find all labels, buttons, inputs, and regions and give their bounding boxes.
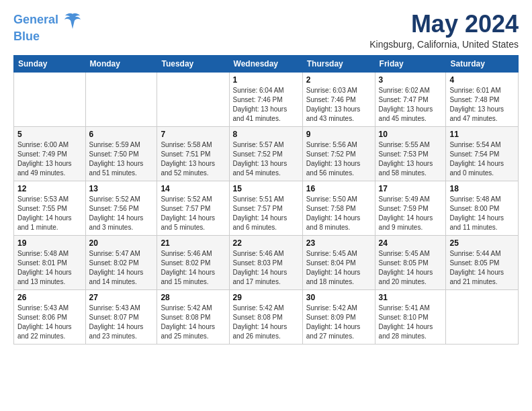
day-number: 1 [233,75,299,85]
logo-general: General [13,13,58,26]
day-info: Sunrise: 5:42 AM Sunset: 8:09 PM Dayligh… [306,304,371,341]
calendar-cell: 27Sunrise: 5:43 AM Sunset: 8:07 PM Dayli… [85,289,157,344]
calendar-cell: 30Sunrise: 5:42 AM Sunset: 8:09 PM Dayli… [302,289,375,344]
week-row-0: 1Sunrise: 6:04 AM Sunset: 7:46 PM Daylig… [14,72,519,126]
day-info: Sunrise: 6:03 AM Sunset: 7:46 PM Dayligh… [306,86,371,124]
day-number: 5 [17,130,82,139]
day-info: Sunrise: 6:00 AM Sunset: 7:49 PM Dayligh… [17,140,82,178]
calendar-cell: 1Sunrise: 6:04 AM Sunset: 7:46 PM Daylig… [229,72,302,126]
calendar-cell [85,72,157,126]
day-number: 29 [233,293,299,302]
day-info: Sunrise: 5:42 AM Sunset: 8:08 PM Dayligh… [161,304,225,341]
day-number: 4 [449,75,515,85]
calendar-cell: 17Sunrise: 5:49 AM Sunset: 7:59 PM Dayli… [375,181,446,235]
day-info: Sunrise: 5:58 AM Sunset: 7:51 PM Dayligh… [161,140,225,178]
logo-bird-icon [63,11,82,30]
calendar-cell: 13Sunrise: 5:52 AM Sunset: 7:56 PM Dayli… [85,181,157,235]
day-number: 27 [89,293,154,302]
calendar-cell: 18Sunrise: 5:48 AM Sunset: 8:00 PM Dayli… [446,181,519,235]
calendar-cell: 21Sunrise: 5:46 AM Sunset: 8:02 PM Dayli… [157,235,229,289]
calendar-cell: 29Sunrise: 5:42 AM Sunset: 8:08 PM Dayli… [229,289,302,344]
calendar-cell: 11Sunrise: 5:54 AM Sunset: 7:54 PM Dayli… [446,126,519,181]
weekday-header-wednesday: Wednesday [229,55,302,72]
weekday-header-saturday: Saturday [446,55,519,72]
calendar-cell: 31Sunrise: 5:41 AM Sunset: 8:10 PM Dayli… [375,289,446,344]
weekday-header-thursday: Thursday [302,55,375,72]
calendar-cell [157,72,229,126]
day-number: 13 [89,184,154,193]
calendar-cell: 14Sunrise: 5:52 AM Sunset: 7:57 PM Dayli… [157,181,229,235]
logo-blue: Blue [13,30,82,44]
weekday-header-friday: Friday [375,55,446,72]
calendar-cell: 25Sunrise: 5:44 AM Sunset: 8:05 PM Dayli… [446,235,519,289]
day-number: 18 [449,184,515,193]
day-info: Sunrise: 5:46 AM Sunset: 8:03 PM Dayligh… [233,249,299,287]
logo-text: General [13,11,82,30]
day-number: 11 [449,130,515,139]
day-number: 7 [161,130,225,139]
logo: General Blue [13,11,82,44]
day-number: 17 [379,184,443,193]
day-info: Sunrise: 5:44 AM Sunset: 8:05 PM Dayligh… [449,249,515,287]
day-number: 19 [17,238,82,248]
page: General Blue May 2024 Kingsburg, Califor… [0,0,532,351]
calendar-cell: 5Sunrise: 6:00 AM Sunset: 7:49 PM Daylig… [14,126,86,181]
calendar-cell: 4Sunrise: 6:01 AM Sunset: 7:48 PM Daylig… [446,72,519,126]
day-number: 22 [233,238,299,248]
header: General Blue May 2024 Kingsburg, Califor… [13,11,519,50]
day-info: Sunrise: 5:49 AM Sunset: 7:59 PM Dayligh… [379,195,443,232]
day-number: 28 [161,293,225,302]
calendar-cell [14,72,86,126]
calendar-cell: 23Sunrise: 5:45 AM Sunset: 8:04 PM Dayli… [302,235,375,289]
calendar: SundayMondayTuesdayWednesdayThursdayFrid… [13,55,519,345]
title-block: May 2024 Kingsburg, California, United S… [369,11,519,50]
day-number: 20 [89,238,154,248]
day-number: 2 [306,75,371,85]
day-number: 6 [89,130,154,139]
day-info: Sunrise: 5:55 AM Sunset: 7:53 PM Dayligh… [379,140,443,178]
day-info: Sunrise: 6:04 AM Sunset: 7:46 PM Dayligh… [233,86,299,124]
day-info: Sunrise: 5:52 AM Sunset: 7:57 PM Dayligh… [161,195,225,232]
day-info: Sunrise: 5:47 AM Sunset: 8:02 PM Dayligh… [89,249,154,287]
day-number: 9 [306,130,371,139]
day-info: Sunrise: 5:50 AM Sunset: 7:58 PM Dayligh… [306,195,371,232]
day-info: Sunrise: 5:57 AM Sunset: 7:52 PM Dayligh… [233,140,299,178]
day-number: 25 [449,238,515,248]
day-info: Sunrise: 5:48 AM Sunset: 8:00 PM Dayligh… [449,195,515,232]
day-number: 12 [17,184,82,193]
day-number: 16 [306,184,371,193]
calendar-cell: 16Sunrise: 5:50 AM Sunset: 7:58 PM Dayli… [302,181,375,235]
day-info: Sunrise: 5:43 AM Sunset: 8:06 PM Dayligh… [17,304,82,341]
calendar-cell: 26Sunrise: 5:43 AM Sunset: 8:06 PM Dayli… [14,289,86,344]
day-number: 8 [233,130,299,139]
weekday-header-monday: Monday [85,55,157,72]
day-info: Sunrise: 5:52 AM Sunset: 7:56 PM Dayligh… [89,195,154,232]
week-row-3: 19Sunrise: 5:48 AM Sunset: 8:01 PM Dayli… [14,235,519,289]
calendar-cell: 19Sunrise: 5:48 AM Sunset: 8:01 PM Dayli… [14,235,86,289]
day-number: 15 [233,184,299,193]
day-number: 30 [306,293,371,302]
day-number: 3 [379,75,443,85]
day-info: Sunrise: 5:45 AM Sunset: 8:05 PM Dayligh… [379,249,443,287]
calendar-cell: 24Sunrise: 5:45 AM Sunset: 8:05 PM Dayli… [375,235,446,289]
weekday-header-row: SundayMondayTuesdayWednesdayThursdayFrid… [14,55,519,72]
day-info: Sunrise: 5:43 AM Sunset: 8:07 PM Dayligh… [89,304,154,341]
calendar-cell: 20Sunrise: 5:47 AM Sunset: 8:02 PM Dayli… [85,235,157,289]
day-info: Sunrise: 6:01 AM Sunset: 7:48 PM Dayligh… [449,86,515,124]
day-info: Sunrise: 5:48 AM Sunset: 8:01 PM Dayligh… [17,249,82,287]
day-info: Sunrise: 5:56 AM Sunset: 7:52 PM Dayligh… [306,140,371,178]
month-title: May 2024 [369,11,519,38]
week-row-1: 5Sunrise: 6:00 AM Sunset: 7:49 PM Daylig… [14,126,519,181]
day-info: Sunrise: 5:59 AM Sunset: 7:50 PM Dayligh… [89,140,154,178]
location: Kingsburg, California, United States [369,39,519,50]
calendar-cell: 12Sunrise: 5:53 AM Sunset: 7:55 PM Dayli… [14,181,86,235]
week-row-2: 12Sunrise: 5:53 AM Sunset: 7:55 PM Dayli… [14,181,519,235]
day-number: 26 [17,293,82,302]
day-info: Sunrise: 5:45 AM Sunset: 8:04 PM Dayligh… [306,249,371,287]
calendar-cell: 3Sunrise: 6:02 AM Sunset: 7:47 PM Daylig… [375,72,446,126]
day-info: Sunrise: 6:02 AM Sunset: 7:47 PM Dayligh… [379,86,443,124]
calendar-cell: 15Sunrise: 5:51 AM Sunset: 7:57 PM Dayli… [229,181,302,235]
calendar-cell: 28Sunrise: 5:42 AM Sunset: 8:08 PM Dayli… [157,289,229,344]
calendar-cell [446,289,519,344]
day-info: Sunrise: 5:51 AM Sunset: 7:57 PM Dayligh… [233,195,299,232]
